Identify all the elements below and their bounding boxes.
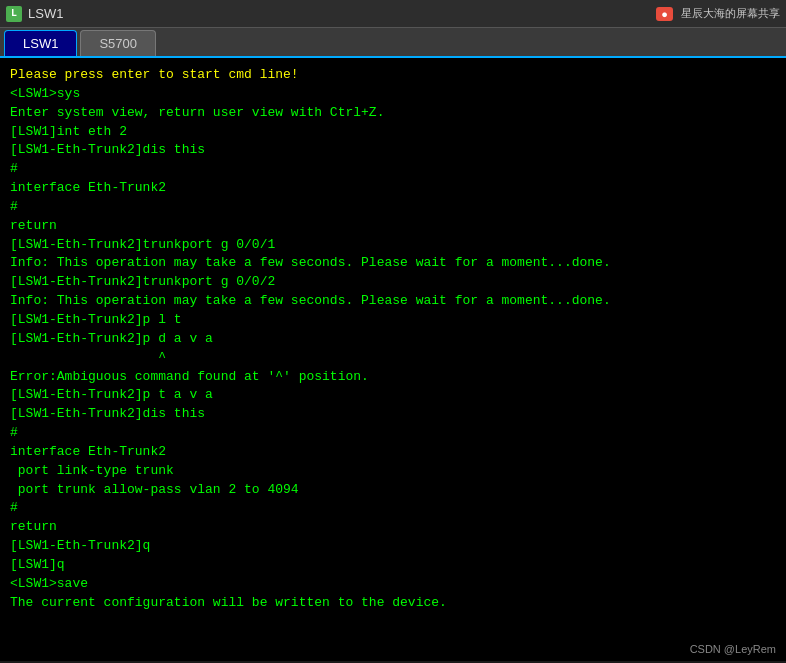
terminal-line: The current configuration will be writte… [10, 594, 776, 613]
terminal-output[interactable]: Please press enter to start cmd line!<LS… [0, 58, 786, 661]
watermark: CSDN @LeyRem [690, 643, 776, 655]
title-bar: L LSW1 ● 星辰大海的屏幕共享 [0, 0, 786, 28]
terminal-line: Enter system view, return user view with… [10, 104, 776, 123]
tab-s5700[interactable]: S5700 [80, 30, 156, 56]
window-title: LSW1 [28, 6, 63, 21]
terminal-line: # [10, 160, 776, 179]
recording-badge: ● [656, 7, 673, 21]
terminal-line: [LSW1-Eth-Trunk2]q [10, 537, 776, 556]
terminal-line: port link-type trunk [10, 462, 776, 481]
terminal-line: Please press enter to start cmd line! [10, 66, 776, 85]
terminal-line: [LSW1-Eth-Trunk2]p t a v a [10, 386, 776, 405]
terminal-line: [LSW1]q [10, 556, 776, 575]
terminal-line: # [10, 499, 776, 518]
terminal-line: <LSW1>sys [10, 85, 776, 104]
terminal-line: [LSW1-Eth-Trunk2]dis this [10, 405, 776, 424]
terminal-line: [LSW1-Eth-Trunk2]trunkport g 0/0/1 [10, 236, 776, 255]
terminal-line: interface Eth-Trunk2 [10, 179, 776, 198]
terminal-line: port trunk allow-pass vlan 2 to 4094 [10, 481, 776, 500]
terminal-line: return [10, 217, 776, 236]
tab-bar: LSW1 S5700 [0, 28, 786, 58]
terminal-line: interface Eth-Trunk2 [10, 443, 776, 462]
user-label: 星辰大海的屏幕共享 [681, 6, 780, 21]
app-icon: L [6, 6, 22, 22]
terminal-line: Error:Ambiguous command found at '^' pos… [10, 368, 776, 387]
terminal-line: ^ [10, 349, 776, 368]
terminal-line: [LSW1-Eth-Trunk2]p d a v a [10, 330, 776, 349]
terminal-line: Info: This operation may take a few seco… [10, 292, 776, 311]
terminal-line: [LSW1-Eth-Trunk2]dis this [10, 141, 776, 160]
terminal-line: # [10, 424, 776, 443]
terminal-line: [LSW1-Eth-Trunk2]trunkport g 0/0/2 [10, 273, 776, 292]
title-bar-right: ● 星辰大海的屏幕共享 [656, 6, 780, 21]
title-bar-left: L LSW1 [6, 6, 63, 22]
tab-lsw1[interactable]: LSW1 [4, 30, 77, 56]
terminal-line: [LSW1-Eth-Trunk2]p l t [10, 311, 776, 330]
terminal-line: <LSW1>save [10, 575, 776, 594]
terminal-line: return [10, 518, 776, 537]
terminal-line: [LSW1]int eth 2 [10, 123, 776, 142]
terminal-line: Info: This operation may take a few seco… [10, 254, 776, 273]
terminal-line: # [10, 198, 776, 217]
